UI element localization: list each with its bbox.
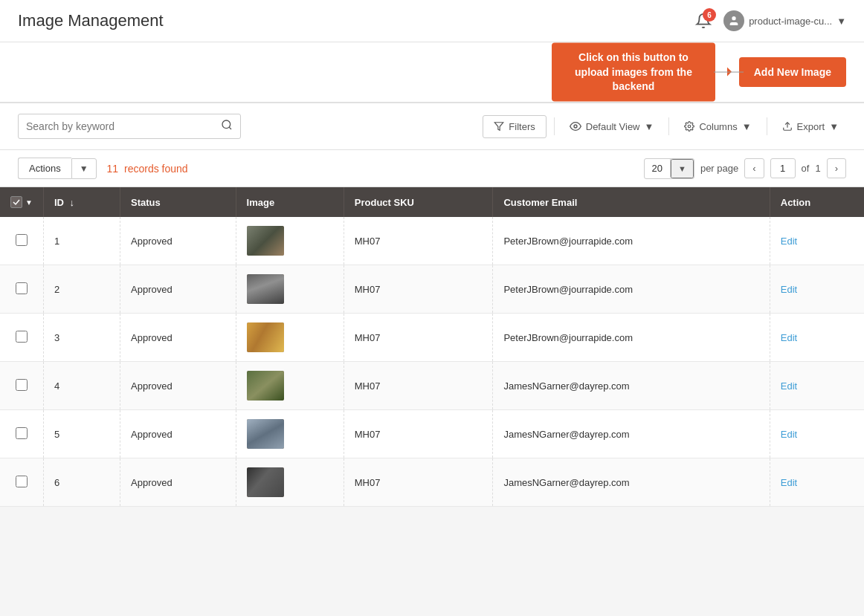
thumbnail-image [247,467,284,497]
actions-dropdown-button[interactable]: ▼ [71,158,97,179]
row-checkbox-4[interactable] [16,379,28,391]
th-sku: Product SKU [344,187,493,217]
edit-button-4[interactable]: Edit [781,380,797,392]
th-image: Image [236,187,344,217]
row-checkbox-cell [0,410,43,458]
row-checkbox-5[interactable] [16,427,28,439]
cell-email: PeterJBrown@jourrapide.com [493,265,770,314]
page-header: Image Management 6 product-image-cu... ▼ [0,0,864,42]
edit-button-5[interactable]: Edit [781,429,797,440]
cell-action: Edit [770,458,864,507]
cell-status: Approved [120,458,236,507]
cell-status: Approved [120,410,236,458]
pagination: 20 ▼ per page ‹ 1 of 1 › [644,158,846,179]
cell-status: Approved [120,217,236,265]
search-icon [221,119,233,134]
row-checkbox-cell [0,362,43,410]
cell-sku: MH07 [344,217,493,265]
th-id: ID ↓ [43,187,120,217]
cell-email: JamesNGarner@dayrep.com [493,362,770,410]
records-text: records found [124,163,188,175]
divider-3 [767,117,767,135]
cell-action: Edit [770,265,864,314]
page-title: Image Management [18,11,164,30]
default-view-button[interactable]: Default View ▼ [562,115,662,137]
row-checkbox-cell [0,265,43,314]
cell-image [236,458,344,507]
per-page-label: per page [700,163,738,174]
filters-button[interactable]: Filters [483,115,546,138]
current-page: 1 [770,158,796,178]
cell-sku: MH07 [344,410,493,458]
table-row: 5 Approved MH07 JamesNGarner@dayrep.com … [0,410,864,458]
cell-image [236,217,344,265]
notification-badge: 6 [703,8,716,22]
previous-page-button[interactable]: ‹ [744,158,764,178]
edit-button-2[interactable]: Edit [781,284,797,295]
header-actions: 6 product-image-cu... ▼ [695,10,846,31]
table-row: 6 Approved MH07 JamesNGarner@dayrep.com … [0,458,864,507]
export-icon [782,121,793,132]
svg-point-0 [732,16,735,20]
per-page-value: 20 [645,159,671,178]
export-button[interactable]: Export ▼ [775,116,846,137]
select-all-arrow[interactable]: ▼ [25,198,33,207]
user-name: product-image-cu... [749,16,832,27]
image-thumbnail [247,419,284,449]
cell-email: PeterJBrown@jourrapide.com [493,314,770,362]
next-page-button[interactable]: › [827,158,846,178]
edit-button-1[interactable]: Edit [781,236,797,247]
columns-dropdown-arrow: ▼ [742,121,752,132]
svg-point-5 [689,125,691,128]
sort-id-icon[interactable]: ↓ [70,197,75,208]
row-checkbox-6[interactable] [16,476,28,487]
notifications-button[interactable]: 6 [695,13,712,29]
cell-action: Edit [770,217,864,265]
cell-id: 3 [43,314,120,362]
row-checkbox-3[interactable] [16,331,28,343]
user-menu-button[interactable]: product-image-cu... ▼ [723,10,846,31]
columns-button[interactable]: Columns ▼ [677,116,758,137]
svg-line-2 [229,127,231,129]
user-icon [728,15,740,27]
search-input[interactable] [26,120,221,132]
row-checkbox-2[interactable] [16,282,28,294]
data-table-container: ▼ ID ↓ Status Image Product SKU Customer… [0,187,864,507]
thumbnail-image [247,371,284,401]
th-select-all[interactable]: ▼ [0,187,43,217]
cell-action: Edit [770,362,864,410]
select-all-checkbox[interactable] [10,196,22,208]
add-new-image-button[interactable]: Add New Image [739,57,846,87]
eye-icon [570,120,581,132]
image-thumbnail [247,226,284,256]
edit-button-6[interactable]: Edit [781,477,797,488]
divider-2 [668,117,669,135]
table-row: 3 Approved MH07 PeterJBrown@jourrapide.c… [0,314,864,362]
columns-label: Columns [699,121,737,132]
cell-email: JamesNGarner@dayrep.com [493,410,770,458]
per-page-dropdown-button[interactable]: ▼ [671,159,694,178]
view-dropdown-arrow: ▼ [645,121,654,132]
row-checkbox-cell [0,217,43,265]
table-body: 1 Approved MH07 PeterJBrown@jourrapide.c… [0,217,864,507]
cell-id: 2 [43,265,120,314]
filters-controls: Filters Default View ▼ Columns ▼ [483,115,846,138]
cell-image [236,410,344,458]
thumbnail-image [247,274,284,304]
search-box [18,114,241,139]
svg-marker-3 [495,123,504,131]
export-dropdown-arrow: ▼ [829,121,839,132]
filters-label: Filters [509,121,535,132]
per-page-select: 20 ▼ [644,158,694,179]
cell-image [236,362,344,410]
tooltip-bubble: Click on this button to upload images fr… [552,43,715,102]
row-checkbox-1[interactable] [16,234,28,246]
data-table: ▼ ID ↓ Status Image Product SKU Customer… [0,187,864,507]
svg-point-1 [222,120,230,129]
table-row: 2 Approved MH07 PeterJBrown@jourrapide.c… [0,265,864,314]
cell-sku: MH07 [344,265,493,314]
cell-id: 5 [43,410,120,458]
user-avatar [723,10,744,31]
edit-button-3[interactable]: Edit [781,332,797,343]
cell-status: Approved [120,314,236,362]
